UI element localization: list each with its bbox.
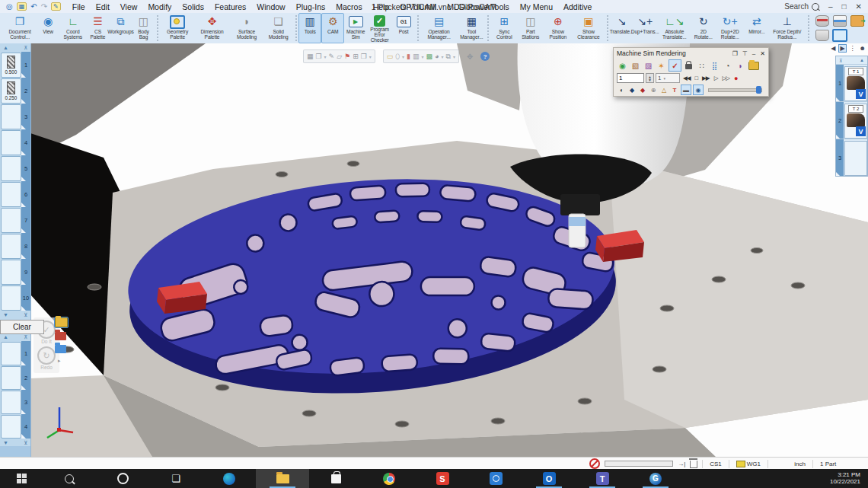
speed-dropdown[interactable]: 1 ▾ (656, 73, 680, 83)
view-button[interactable]: ◉ View (37, 13, 59, 43)
coord-systems-button[interactable]: ∟ Coord Systems (59, 13, 86, 43)
dimension-palette-button[interactable]: ✥ Dimension Palette (194, 13, 229, 43)
tool-tab[interactable]: 1 (21, 52, 30, 78)
fullscreen-icon[interactable]: ✥ (467, 53, 473, 61)
machine-sim-viewport[interactable] (30, 43, 868, 457)
to-end-icon[interactable]: →| (678, 461, 685, 467)
columns-display-icon[interactable]: ▥ (413, 53, 420, 60)
group-slot-2[interactable]: 2 (0, 365, 30, 390)
operator-icon[interactable]: ☻ (859, 45, 866, 52)
menu-mdd-powertools[interactable]: MDD-PowerTools (442, 2, 515, 12)
menu-features[interactable]: Features (209, 2, 251, 12)
go-to-end-button[interactable]: ▶▶ (700, 75, 711, 81)
menu-plugins[interactable]: Plug-Ins (291, 2, 331, 12)
trash-icon[interactable] (690, 461, 697, 468)
collision-check-icon[interactable]: ✶ (656, 60, 667, 71)
color-display-icon[interactable]: ◕ (435, 53, 439, 60)
tool-slot-1[interactable]: 0.500 1 (0, 52, 30, 78)
tool-slot-4[interactable]: 4 (0, 129, 30, 155)
tool-tab[interactable]: 2 (21, 78, 30, 104)
workgroups-button[interactable]: ⧉ Workgroups (109, 13, 132, 43)
operation-manager-button[interactable]: ▤ Operation Manager... (420, 13, 458, 43)
op-number[interactable]: 1 (836, 65, 844, 101)
dup-trans-button[interactable]: ↘+ Dup+Trans... (633, 13, 657, 43)
operation-tile-3[interactable]: 3 (836, 139, 867, 176)
menu-view[interactable]: View (115, 2, 143, 12)
scroll-up-icon[interactable]: ▲ (3, 45, 8, 50)
surface-modeling-button[interactable]: ◗ Surface Modeling (230, 13, 264, 43)
edge-button[interactable] (203, 469, 256, 488)
undo-icon[interactable]: ↶ (30, 2, 37, 11)
maximize-button[interactable]: □ (842, 2, 847, 11)
solid-mode-icon[interactable]: ◆ (627, 85, 637, 94)
stock-cube-icon[interactable] (832, 29, 847, 42)
next-op-icon[interactable]: ▶ (838, 44, 846, 53)
expand-icon[interactable]: ⊻ (24, 312, 27, 318)
microsoft-store-button[interactable] (309, 469, 362, 488)
sync-control-button[interactable]: ⊞ Sync Control (491, 13, 518, 43)
tool-slot-7[interactable]: 7 (0, 207, 30, 233)
save-icon[interactable]: ▦ (17, 2, 27, 11)
slider-thumb[interactable] (756, 86, 761, 94)
text-display-icon[interactable]: T (670, 85, 679, 94)
eye-visibility-toggle[interactable]: ◉ (693, 85, 704, 95)
cs-palette-button[interactable]: ☰ CS Palette (86, 13, 109, 43)
tool-tab[interactable]: 4 (21, 129, 30, 155)
minimize-button[interactable]: – (828, 2, 833, 11)
stock-cylinder-icon[interactable] (815, 15, 829, 27)
verify-check-icon[interactable]: ✓ (669, 59, 681, 72)
snagit-button[interactable]: S (416, 469, 469, 488)
fast-forward-button[interactable]: ▷▷ (720, 75, 731, 81)
tool-tab[interactable]: 5 (21, 155, 30, 181)
flag-tool-icon[interactable]: ⚑ (344, 53, 350, 60)
tool-list-scroll-down[interactable]: ▼ ⊻ (0, 311, 30, 319)
group-slot-1[interactable]: 1 (0, 341, 30, 365)
coordinate-system-indicator[interactable]: CS1 (707, 461, 724, 467)
group-slot-3[interactable]: 3 (0, 390, 30, 414)
op-number[interactable]: 2 (836, 102, 844, 139)
post-button[interactable]: G1 Post (392, 13, 415, 43)
units-indicator[interactable]: inch (773, 461, 808, 467)
record-button[interactable]: ● (732, 75, 739, 82)
menu-file[interactable]: File (67, 2, 91, 12)
mirror-button[interactable]: ⇄ Mirror... (745, 13, 768, 43)
flyout-expand-icon[interactable]: ▸ (58, 358, 68, 364)
group-slot-4[interactable]: 4 (0, 414, 30, 439)
force-depth-radius-button[interactable]: ⊥ Force Depth/ Radius... (768, 13, 806, 43)
stock-layers-icon[interactable] (833, 15, 847, 27)
program-error-checker-button[interactable]: ✓ Program Error Checker (367, 13, 392, 43)
inspect-icon[interactable]: ◔ (722, 60, 733, 71)
warning-display-icon[interactable]: △ (659, 85, 669, 94)
prev-op-icon[interactable]: ◀ (830, 45, 836, 52)
layers-display-icon[interactable]: ⧉ (445, 53, 450, 61)
tool-tab[interactable]: 6 (21, 181, 30, 207)
menu-additive[interactable]: Additive (558, 2, 597, 12)
tool-slot-3[interactable]: 3 (0, 104, 30, 129)
op-number[interactable]: 3 (836, 139, 844, 176)
menu-solids[interactable]: Solids (177, 2, 209, 12)
menu-opticam[interactable]: OPTICAM (394, 2, 442, 12)
simulate-icon[interactable]: ◉ (617, 60, 628, 71)
blue-folder-icon[interactable] (55, 345, 66, 353)
markup-tool-icon[interactable]: ✎ (329, 53, 335, 60)
palette-minimize-icon[interactable]: – (752, 50, 755, 57)
tool-display-icon[interactable]: ◗ (735, 60, 746, 71)
search-control[interactable]: Search (784, 2, 819, 11)
tombstone-icon[interactable] (815, 30, 829, 41)
section-display-icon[interactable]: ▮ (407, 53, 410, 60)
tool-tab[interactable]: 8 (21, 233, 30, 259)
menu-modify[interactable]: Modify (142, 2, 177, 12)
traffic-light-icon[interactable]: ⣿ (709, 60, 720, 71)
tool-slot-9[interactable]: 9 (0, 259, 30, 285)
taskbar-search-button[interactable] (43, 469, 96, 488)
image-tool-icon[interactable]: ▦ (307, 53, 314, 60)
menu-my-menu[interactable]: My Menu (515, 2, 558, 12)
file-explorer-button[interactable] (256, 469, 309, 488)
stock-display-icon[interactable]: ▭ (387, 53, 394, 60)
scroll-down-icon[interactable]: ▼ (3, 440, 8, 445)
tool-tab[interactable]: 3 (21, 104, 30, 129)
clear-button[interactable]: Clear (0, 320, 44, 334)
target-mode-icon[interactable]: ⊕ (649, 85, 658, 94)
open-folder-icon[interactable] (748, 60, 759, 71)
shade-mode-icon[interactable]: ◖ (617, 85, 626, 94)
